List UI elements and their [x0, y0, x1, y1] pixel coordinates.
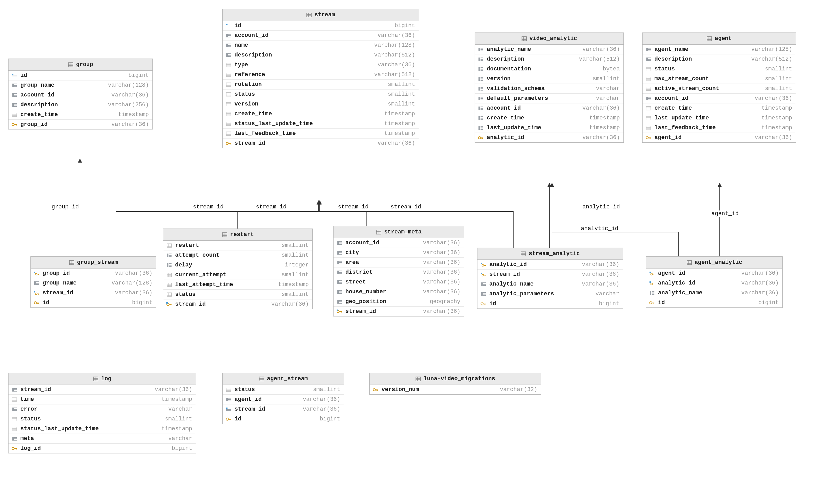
table-stream_meta: stream_metaaccount_idvarchar(36)cityvarc…	[333, 226, 464, 317]
column-type: timestamp	[589, 115, 620, 121]
column-row: version_numvarchar(32)	[370, 385, 541, 394]
column-name: version	[487, 76, 510, 82]
svg-rect-117	[481, 119, 483, 120]
column-name: account_id	[654, 95, 689, 101]
column-row: referencevarchar(512)	[222, 70, 419, 80]
column-type: timestamp	[761, 125, 792, 131]
fk-key-icon	[480, 262, 487, 267]
svg-rect-32	[226, 26, 231, 26]
column-name: account_id	[345, 240, 379, 246]
column-name: city	[345, 249, 359, 256]
svg-rect-110	[479, 107, 480, 110]
svg-rect-179	[36, 282, 39, 282]
column-row: stream_idvarchar(36)	[8, 385, 196, 395]
svg-rect-248	[339, 290, 342, 291]
table-icon	[222, 232, 227, 237]
svg-rect-105	[481, 90, 483, 90]
column-name: rotation	[235, 81, 262, 88]
svg-rect-95	[481, 67, 483, 68]
svg-rect-198	[167, 254, 168, 257]
svg-rect-296	[650, 291, 651, 295]
column-row: geo_positiongeography	[334, 297, 464, 307]
column-row: last_feedback_timetimestamp	[643, 123, 796, 133]
svg-rect-284	[687, 260, 692, 265]
pk-icon	[225, 141, 232, 146]
svg-rect-93	[481, 60, 483, 61]
svg-rect-354	[229, 419, 230, 420]
plain-icon	[11, 397, 18, 402]
column-name: active_stream_count	[654, 85, 719, 92]
column-name: last_update_time	[487, 125, 541, 131]
svg-rect-347	[228, 401, 231, 401]
svg-rect-223	[376, 230, 381, 234]
svg-rect-116	[481, 118, 483, 118]
svg-rect-54	[226, 83, 231, 86]
column-name: group_id	[43, 270, 70, 277]
column-row: group_namevarchar(128)	[8, 81, 153, 90]
relationship-label: group_id	[51, 204, 79, 210]
svg-rect-33	[226, 27, 231, 27]
column-row: areavarchar(36)	[334, 258, 464, 267]
column-name: analytic_name	[489, 281, 534, 287]
svg-point-289	[651, 273, 653, 275]
column-type: varchar(36)	[423, 259, 460, 266]
table-title: agent_analytic	[695, 259, 742, 266]
column-row: create_timetimestamp	[475, 113, 623, 123]
column-row: stream_idvarchar(36)	[163, 299, 313, 309]
svg-rect-346	[228, 399, 231, 400]
col-icon	[166, 262, 173, 268]
svg-rect-251	[337, 300, 339, 304]
svg-rect-222	[166, 302, 168, 304]
column-row: analytic_namevarchar(36)	[478, 279, 623, 289]
column-name: delay	[175, 262, 192, 268]
column-type: varchar(256)	[108, 101, 149, 108]
table-title: stream	[315, 12, 335, 18]
col-icon	[649, 290, 655, 296]
col-icon	[336, 299, 343, 304]
svg-rect-70	[226, 122, 231, 126]
column-type: bigint	[758, 299, 779, 306]
svg-rect-230	[339, 244, 342, 245]
svg-point-359	[373, 388, 376, 391]
svg-rect-82	[522, 37, 527, 41]
fk-key-icon	[480, 272, 487, 277]
column-name: last_attempt_time	[175, 282, 233, 288]
column-row: timetimestamp	[8, 395, 196, 405]
svg-rect-132	[648, 49, 651, 50]
fk-col-icon	[225, 23, 232, 28]
column-name: status_last_update_time	[235, 120, 313, 127]
svg-rect-113	[481, 109, 483, 110]
fk-key-icon	[649, 271, 655, 276]
column-name: analytic_id	[487, 134, 524, 141]
svg-rect-260	[521, 252, 526, 256]
plain-icon	[225, 62, 232, 68]
svg-point-122	[479, 136, 481, 139]
svg-rect-238	[339, 264, 342, 264]
table-header: stream_meta	[334, 226, 464, 238]
svg-rect-130	[646, 48, 648, 51]
table-stream: streamidbigintaccount_idvarchar(36)namev…	[222, 9, 419, 148]
table-group: groupidbigintgroup_namevarchar(128)accou…	[8, 58, 153, 129]
column-row: stream_idvarchar(36)	[222, 405, 344, 414]
svg-rect-137	[648, 60, 651, 61]
table-title: video_analytic	[530, 35, 577, 42]
column-type: varchar(36)	[423, 308, 460, 315]
column-name: create_time	[487, 115, 524, 121]
svg-point-280	[481, 302, 483, 305]
svg-rect-150	[646, 97, 648, 100]
column-name: create_time	[235, 111, 272, 117]
column-type: timestamp	[589, 125, 620, 131]
column-type: varchar(36)	[741, 270, 779, 277]
column-name: error	[20, 406, 37, 412]
svg-rect-228	[339, 241, 342, 242]
table-header: group_stream	[31, 257, 156, 268]
table-icon	[706, 36, 712, 41]
svg-rect-108	[481, 98, 483, 99]
column-name: documentation	[487, 66, 531, 72]
svg-rect-344	[226, 398, 228, 401]
table-group_stream: group_streamgroup_idvarchar(36)group_nam…	[31, 256, 156, 308]
column-type: varchar(36)	[272, 301, 309, 307]
pk-icon	[645, 135, 652, 140]
column-type: varchar(36)	[112, 92, 149, 98]
column-row: account_idvarchar(36)	[643, 94, 796, 103]
